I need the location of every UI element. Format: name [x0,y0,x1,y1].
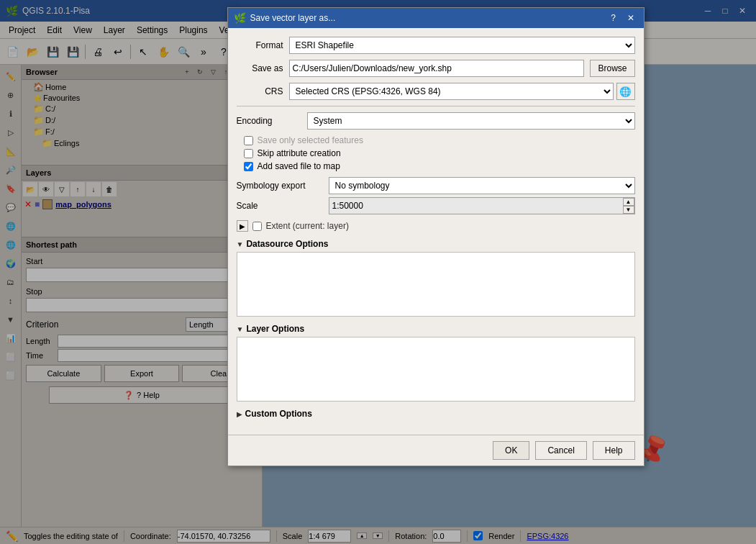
datasource-body [237,252,635,317]
layer-options-title: Layer Options [246,324,304,334]
selected-features-label: Save only selected features [258,135,363,145]
extent-play-button[interactable]: ▶ [237,220,248,232]
encoding-control: System [307,112,635,130]
extent-header: ▶ Extent (current: layer) [237,220,635,232]
custom-options-section: ▶ Custom Options [237,407,635,420]
scale-spinner: ▲ ▼ [623,198,634,214]
crs-row: CRS Selected CRS (EPSG:4326, WGS 84) 🌐 [237,83,635,100]
encoding-label: Encoding [237,116,301,126]
cancel-button[interactable]: Cancel [535,441,586,460]
modal-body: Format ESRI Shapefile Save as Browse [228,28,644,435]
format-row: Format ESRI Shapefile [237,37,635,54]
add-saved-checkbox[interactable] [244,162,253,171]
layer-options-header[interactable]: ▼ Layer Options [237,322,635,335]
symbology-select[interactable]: No symbology [329,177,635,194]
format-select[interactable]: ESRI Shapefile [289,37,635,54]
extent-section: ▶ Extent (current: layer) [237,220,635,232]
extent-checkbox[interactable] [252,222,262,231]
custom-options-arrow-icon: ▶ [237,410,242,418]
scale-control: 1:50000 ▲ ▼ [329,197,635,214]
skip-attribute-row: Skip attribute creation [237,148,635,158]
symbology-label: Symbology export [237,181,323,191]
datasource-header[interactable]: ▼ Datasource Options [237,237,635,250]
save-as-row: Save as Browse [237,60,635,77]
scale-label: Scale [237,201,323,211]
ok-button[interactable]: OK [493,441,529,460]
crs-select[interactable]: Selected CRS (EPSG:4326, WGS 84) [289,83,614,100]
custom-options-title: Custom Options [245,409,312,419]
crs-control: Selected CRS (EPSG:4326, WGS 84) 🌐 [289,83,635,100]
skip-attribute-checkbox[interactable] [244,149,253,158]
datasource-arrow-icon: ▼ [237,240,244,248]
scale-up-btn[interactable]: ▲ [623,198,634,206]
crs-label: CRS [237,86,283,96]
datasource-options-section: ▼ Datasource Options [237,237,635,317]
modal-footer: OK Cancel Help [228,435,644,466]
symbology-row: Symbology export No symbology [237,177,635,194]
format-label: Format [237,40,283,50]
symbology-control: No symbology [329,177,635,194]
modal-overlay: 🌿 Save vector layer as... ? ✕ Format ESR… [0,0,756,544]
encoding-row: Encoding System [237,112,635,130]
modal-title-icon: 🌿 [234,12,246,24]
skip-attribute-label: Skip attribute creation [258,148,341,158]
divider-1 [237,106,635,106]
help-footer-button[interactable]: Help [593,441,635,460]
browse-button[interactable]: Browse [590,60,634,77]
modal-title-bar: 🌿 Save vector layer as... ? ✕ [228,8,644,28]
encoding-select[interactable]: System [307,112,635,130]
modal-close-button[interactable]: ✕ [624,11,638,25]
custom-options-header[interactable]: ▶ Custom Options [237,407,635,420]
save-as-label: Save as [237,63,283,73]
datasource-title: Datasource Options [246,239,328,249]
save-as-input[interactable] [289,60,585,77]
extent-label: Extent (current: layer) [266,221,349,231]
selected-features-checkbox[interactable] [244,136,253,145]
scale-down-btn[interactable]: ▼ [623,206,634,214]
add-saved-row: Add saved file to map [237,161,635,171]
scale-row: Scale 1:50000 ▲ ▼ [237,197,635,214]
format-control: ESRI Shapefile [289,37,635,54]
save-as-control [289,60,585,77]
modal-help-button[interactable]: ? [606,11,621,25]
crs-globe-button[interactable]: 🌐 [616,83,635,100]
layer-options-arrow-icon: ▼ [237,325,244,333]
selected-features-row: Save only selected features [237,135,635,145]
save-vector-dialog: 🌿 Save vector layer as... ? ✕ Format ESR… [227,7,645,466]
layer-options-body [237,337,635,402]
scale-value: 1:50000 [329,201,623,211]
add-saved-label: Add saved file to map [258,161,340,171]
layer-options-section: ▼ Layer Options [237,322,635,402]
modal-title: Save vector layer as... [250,13,336,23]
qgis-window: 🌿 QGIS 2.10.1-Pisa ─ □ ✕ Project Edit Vi… [0,0,756,544]
